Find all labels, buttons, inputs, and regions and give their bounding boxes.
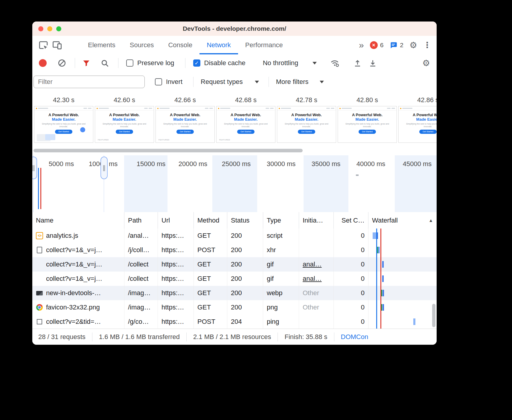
minimize-window-button[interactable] (47, 26, 52, 31)
frame-subtitle: Made Easier. (95, 117, 154, 122)
clear-icon[interactable] (57, 59, 66, 68)
filmstrip-frame[interactable]: A Powerful Web. Made Easier. Simplifying… (95, 106, 154, 143)
request-method: GET (194, 229, 227, 243)
sort-ascending-icon[interactable]: ▲ (429, 218, 433, 223)
inspect-icon[interactable] (36, 36, 50, 54)
waterfall-bar (413, 318, 415, 325)
request-set-cookies: 0 (334, 286, 368, 300)
disable-cache-checkbox[interactable]: ✓ (193, 59, 200, 67)
column-header-name[interactable]: Name (32, 212, 124, 229)
tab-console[interactable]: Console (161, 36, 199, 54)
frame-page-header (277, 106, 336, 111)
column-header-status[interactable]: Status (227, 212, 263, 229)
filmstrip-frame[interactable]: A Powerful Web. Made Easier. Simplifying… (398, 106, 437, 143)
request-types-dropdown[interactable]: Request types (201, 78, 243, 86)
overview-window-handle-right[interactable] (100, 157, 108, 179)
frame-caption: Simplifying the web to help you build, g… (156, 122, 214, 128)
search-icon[interactable] (100, 59, 109, 68)
console-message-counter[interactable]: 2 (389, 41, 403, 49)
kebab-menu-icon[interactable]: ⋮ (423, 41, 431, 49)
more-filters-caret-icon[interactable] (320, 81, 324, 83)
domcontentloaded-time: DOMCon (334, 333, 375, 341)
network-conditions-icon[interactable] (330, 58, 339, 68)
error-icon: × (370, 41, 378, 49)
zoom-window-button[interactable] (56, 26, 61, 31)
column-header-waterfall[interactable]: Waterfall ▲ (368, 212, 437, 229)
close-window-button[interactable] (38, 26, 43, 31)
timeline-tick: 25000 ms (222, 160, 251, 168)
column-header-type[interactable]: Type (263, 212, 299, 229)
filmstrip-frame[interactable]: A Powerful Web. Made Easier. Simplifying… (216, 106, 275, 143)
column-header-method[interactable]: Method (194, 212, 227, 229)
table-vertical-scrollbar[interactable] (432, 304, 435, 327)
overview-window-handle-left[interactable] (32, 157, 37, 179)
initiator-link[interactable]: anal… (303, 275, 322, 283)
filmstrip-frame[interactable]: A Powerful Web. Made Easier. Simplifying… (277, 106, 336, 143)
request-initiator (299, 229, 334, 243)
waterfall-bar (378, 247, 380, 253)
export-har-icon[interactable] (368, 59, 377, 68)
request-set-cookies: 0 (334, 257, 368, 272)
request-status: 200 (227, 286, 263, 300)
frame-title: A Powerful Web. (34, 113, 93, 117)
frame-timestamp: 42.60 s (95, 96, 154, 104)
network-toolbar: Preserve log ✓ Disable cache No throttli… (32, 54, 437, 72)
frame-featured-label: FEATURED (159, 139, 170, 141)
column-header-path[interactable]: Path (124, 212, 158, 229)
filmstrip-horizontal-scrollbar[interactable] (33, 149, 303, 152)
load-event-line (40, 168, 41, 209)
timeline-overview[interactable]: 5000 ms 10000 ms 15000 ms 20000 ms 25000… (32, 155, 437, 212)
frame-subtitle: Made Easier. (217, 117, 275, 122)
more-tabs-chevron-icon[interactable]: » (359, 41, 364, 50)
console-error-counter[interactable]: × 6 (370, 41, 384, 49)
requests-summary: 28 / 31 requests (38, 333, 92, 341)
request-method: POST (194, 243, 227, 257)
tab-network[interactable]: Network (199, 36, 238, 54)
column-header-initiator[interactable]: Initia… (299, 212, 334, 229)
frame-title: A Powerful Web. (399, 113, 437, 117)
column-header-set-cookies[interactable]: Set C… (334, 212, 368, 229)
filter-funnel-icon[interactable] (82, 59, 90, 67)
frame-cta-button: Get Started (116, 130, 133, 134)
preserve-log-checkbox[interactable] (126, 59, 133, 67)
import-har-icon[interactable] (353, 59, 362, 68)
frame-timestamp: 42.78 s (277, 96, 336, 104)
request-types-caret-icon[interactable] (255, 81, 259, 83)
device-toolbar-icon[interactable] (50, 36, 64, 54)
settings-gear-icon[interactable]: ⚙ (409, 41, 417, 50)
filter-bar: Invert Request types More filters (32, 72, 437, 92)
tab-sources[interactable]: Sources (123, 36, 161, 54)
network-settings-gear-icon[interactable]: ⚙ (422, 59, 430, 68)
request-name: favicon-32x32.png (46, 303, 100, 311)
filmstrip-frame[interactable]: A Powerful Web. Made Easier. Simplifying… (156, 106, 215, 143)
filmstrip-frame[interactable]: A Powerful Web. Made Easier. Simplifying… (34, 106, 93, 143)
frame-title: A Powerful Web. (338, 113, 397, 117)
timeline-tick: 30000 ms (267, 160, 296, 168)
frame-cta-button: Get Started (298, 130, 315, 134)
filter-input[interactable] (33, 76, 145, 88)
request-name: collect?v=1&_v=j… (46, 246, 102, 254)
request-method: GET (194, 286, 227, 300)
request-method: POST (194, 315, 227, 329)
waterfall-bar (382, 261, 384, 268)
tab-elements[interactable]: Elements (81, 36, 123, 54)
request-set-cookies: 0 (334, 272, 368, 286)
initiator-link[interactable]: anal… (303, 260, 322, 268)
request-method: GET (194, 257, 227, 272)
column-header-url[interactable]: Url (158, 212, 194, 229)
throttling-select[interactable]: No throttling (263, 59, 298, 67)
frame-subtitle: Made Easier. (34, 117, 93, 122)
record-icon[interactable] (39, 59, 47, 67)
invert-checkbox[interactable] (155, 78, 162, 85)
preserve-log-label: Preserve log (137, 59, 174, 67)
throttling-caret-icon[interactable] (313, 62, 317, 65)
more-filters-dropdown[interactable]: More filters (276, 78, 309, 86)
chrome-favicon-icon (36, 304, 43, 311)
frame-page-header (156, 106, 214, 111)
request-name: collect?v=1&_v=j… (46, 260, 102, 268)
request-type: xhr (263, 243, 299, 257)
frame-subtitle: Made Easier. (277, 117, 336, 122)
tab-performance[interactable]: Performance (238, 36, 290, 54)
filmstrip-frame[interactable]: A Powerful Web. Made Easier. Simplifying… (338, 106, 397, 143)
request-type: png (263, 300, 299, 315)
